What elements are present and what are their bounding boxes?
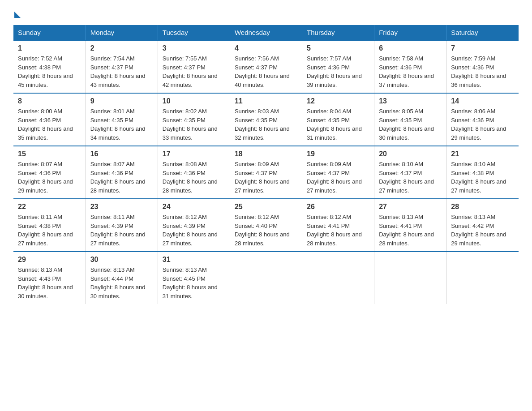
day-info: Sunrise: 8:11 AM Sunset: 4:38 PM Dayligh… [18, 213, 81, 248]
day-cell: 13 Sunrise: 8:05 AM Sunset: 4:35 PM Dayl… [374, 93, 446, 146]
day-info: Sunrise: 8:01 AM Sunset: 4:35 PM Dayligh… [90, 107, 153, 142]
day-cell: 26 Sunrise: 8:12 AM Sunset: 4:41 PM Dayl… [302, 199, 374, 252]
day-number: 19 [307, 150, 369, 158]
day-cell: 30 Sunrise: 8:13 AM Sunset: 4:44 PM Dayl… [86, 252, 158, 304]
day-info: Sunrise: 8:03 AM Sunset: 4:35 PM Dayligh… [235, 107, 297, 142]
day-cell [374, 252, 446, 304]
day-cell: 6 Sunrise: 7:58 AM Sunset: 4:36 PM Dayli… [374, 40, 446, 93]
header-cell-tuesday: Tuesday [158, 25, 230, 40]
week-row-5: 29 Sunrise: 8:13 AM Sunset: 4:43 PM Dayl… [13, 252, 519, 304]
header-cell-saturday: Saturday [446, 25, 519, 40]
day-cell: 7 Sunrise: 7:59 AM Sunset: 4:36 PM Dayli… [446, 40, 519, 93]
header-row: SundayMondayTuesdayWednesdayThursdayFrid… [13, 25, 519, 40]
day-number: 8 [18, 97, 81, 105]
calendar-header: SundayMondayTuesdayWednesdayThursdayFrid… [13, 25, 519, 40]
day-info: Sunrise: 8:12 AM Sunset: 4:41 PM Dayligh… [307, 213, 369, 248]
day-info: Sunrise: 7:55 AM Sunset: 4:37 PM Dayligh… [163, 54, 225, 89]
day-cell: 22 Sunrise: 8:11 AM Sunset: 4:38 PM Dayl… [13, 199, 86, 252]
header-cell-monday: Monday [86, 25, 158, 40]
day-number: 15 [18, 150, 81, 158]
day-info: Sunrise: 8:11 AM Sunset: 4:39 PM Dayligh… [90, 213, 153, 248]
day-cell: 15 Sunrise: 8:07 AM Sunset: 4:36 PM Dayl… [13, 146, 86, 199]
day-info: Sunrise: 8:00 AM Sunset: 4:36 PM Dayligh… [18, 107, 81, 142]
day-cell: 28 Sunrise: 8:13 AM Sunset: 4:42 PM Dayl… [446, 199, 519, 252]
day-info: Sunrise: 8:08 AM Sunset: 4:36 PM Dayligh… [163, 160, 225, 195]
day-cell: 3 Sunrise: 7:55 AM Sunset: 4:37 PM Dayli… [158, 40, 230, 93]
day-cell [230, 252, 302, 304]
day-number: 6 [379, 44, 442, 52]
header-cell-thursday: Thursday [302, 25, 374, 40]
day-number: 21 [451, 150, 514, 158]
day-number: 28 [451, 203, 514, 211]
day-number: 11 [235, 97, 297, 105]
day-cell: 27 Sunrise: 8:13 AM Sunset: 4:41 PM Dayl… [374, 199, 446, 252]
day-info: Sunrise: 8:13 AM Sunset: 4:42 PM Dayligh… [451, 213, 514, 248]
day-info: Sunrise: 8:12 AM Sunset: 4:40 PM Dayligh… [235, 213, 297, 248]
day-info: Sunrise: 7:52 AM Sunset: 4:38 PM Dayligh… [18, 54, 81, 89]
day-info: Sunrise: 8:06 AM Sunset: 4:36 PM Dayligh… [451, 107, 514, 142]
day-number: 16 [90, 150, 153, 158]
day-info: Sunrise: 8:07 AM Sunset: 4:36 PM Dayligh… [18, 160, 81, 195]
day-cell: 5 Sunrise: 7:57 AM Sunset: 4:36 PM Dayli… [302, 40, 374, 93]
day-number: 22 [18, 203, 81, 211]
header-cell-friday: Friday [374, 25, 446, 40]
day-info: Sunrise: 7:59 AM Sunset: 4:36 PM Dayligh… [451, 54, 514, 89]
day-info: Sunrise: 8:13 AM Sunset: 4:41 PM Dayligh… [379, 213, 442, 248]
day-info: Sunrise: 8:13 AM Sunset: 4:44 PM Dayligh… [90, 265, 153, 300]
day-cell: 25 Sunrise: 8:12 AM Sunset: 4:40 PM Dayl… [230, 199, 302, 252]
day-info: Sunrise: 8:13 AM Sunset: 4:45 PM Dayligh… [163, 265, 225, 300]
day-cell: 1 Sunrise: 7:52 AM Sunset: 4:38 PM Dayli… [13, 40, 86, 93]
day-info: Sunrise: 8:09 AM Sunset: 4:37 PM Dayligh… [235, 160, 297, 195]
day-info: Sunrise: 8:13 AM Sunset: 4:43 PM Dayligh… [18, 265, 81, 300]
week-row-1: 1 Sunrise: 7:52 AM Sunset: 4:38 PM Dayli… [13, 40, 519, 93]
day-number: 2 [90, 44, 153, 52]
calendar-table: SundayMondayTuesdayWednesdayThursdayFrid… [13, 25, 519, 304]
day-info: Sunrise: 8:09 AM Sunset: 4:37 PM Dayligh… [307, 160, 369, 195]
day-info: Sunrise: 7:54 AM Sunset: 4:37 PM Dayligh… [90, 54, 153, 89]
day-cell: 10 Sunrise: 8:02 AM Sunset: 4:35 PM Dayl… [158, 93, 230, 146]
day-cell [302, 252, 374, 304]
day-cell: 11 Sunrise: 8:03 AM Sunset: 4:35 PM Dayl… [230, 93, 302, 146]
day-number: 31 [163, 256, 225, 264]
day-number: 24 [163, 203, 225, 211]
header-cell-wednesday: Wednesday [230, 25, 302, 40]
day-number: 30 [90, 256, 153, 264]
day-info: Sunrise: 8:12 AM Sunset: 4:39 PM Dayligh… [163, 213, 225, 248]
day-cell: 4 Sunrise: 7:56 AM Sunset: 4:37 PM Dayli… [230, 40, 302, 93]
day-cell: 21 Sunrise: 8:10 AM Sunset: 4:38 PM Dayl… [446, 146, 519, 199]
day-cell: 29 Sunrise: 8:13 AM Sunset: 4:43 PM Dayl… [13, 252, 86, 304]
day-number: 27 [379, 203, 442, 211]
day-number: 26 [307, 203, 369, 211]
day-cell: 17 Sunrise: 8:08 AM Sunset: 4:36 PM Dayl… [158, 146, 230, 199]
day-cell: 24 Sunrise: 8:12 AM Sunset: 4:39 PM Dayl… [158, 199, 230, 252]
day-number: 17 [163, 150, 225, 158]
day-info: Sunrise: 8:07 AM Sunset: 4:36 PM Dayligh… [90, 160, 153, 195]
day-cell: 16 Sunrise: 8:07 AM Sunset: 4:36 PM Dayl… [86, 146, 158, 199]
day-number: 29 [18, 256, 81, 264]
day-number: 14 [451, 97, 514, 105]
header-cell-sunday: Sunday [13, 25, 86, 40]
day-info: Sunrise: 7:56 AM Sunset: 4:37 PM Dayligh… [235, 54, 297, 89]
day-cell: 19 Sunrise: 8:09 AM Sunset: 4:37 PM Dayl… [302, 146, 374, 199]
day-number: 3 [163, 44, 225, 52]
day-number: 23 [90, 203, 153, 211]
calendar-body: 1 Sunrise: 7:52 AM Sunset: 4:38 PM Dayli… [13, 40, 519, 304]
week-row-2: 8 Sunrise: 8:00 AM Sunset: 4:36 PM Dayli… [13, 93, 519, 146]
logo [13, 9, 21, 16]
day-number: 18 [235, 150, 297, 158]
week-row-4: 22 Sunrise: 8:11 AM Sunset: 4:38 PM Dayl… [13, 199, 519, 252]
day-number: 13 [379, 97, 442, 105]
day-number: 10 [163, 97, 225, 105]
day-number: 1 [18, 44, 81, 52]
day-cell: 23 Sunrise: 8:11 AM Sunset: 4:39 PM Dayl… [86, 199, 158, 252]
day-cell: 9 Sunrise: 8:01 AM Sunset: 4:35 PM Dayli… [86, 93, 158, 146]
day-number: 20 [379, 150, 442, 158]
day-info: Sunrise: 8:02 AM Sunset: 4:35 PM Dayligh… [163, 107, 225, 142]
day-cell: 31 Sunrise: 8:13 AM Sunset: 4:45 PM Dayl… [158, 252, 230, 304]
day-info: Sunrise: 8:05 AM Sunset: 4:35 PM Dayligh… [379, 107, 442, 142]
day-number: 4 [235, 44, 297, 52]
day-number: 5 [307, 44, 369, 52]
day-cell: 18 Sunrise: 8:09 AM Sunset: 4:37 PM Dayl… [230, 146, 302, 199]
day-cell: 8 Sunrise: 8:00 AM Sunset: 4:36 PM Dayli… [13, 93, 86, 146]
day-info: Sunrise: 8:10 AM Sunset: 4:38 PM Dayligh… [451, 160, 514, 195]
